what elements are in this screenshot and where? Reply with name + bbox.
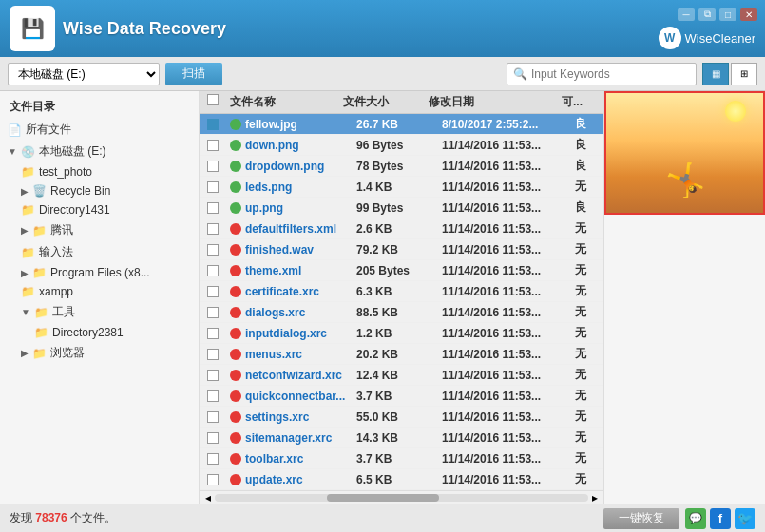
status-prefix: 发现: [10, 511, 35, 524]
file-name: theme.xml: [245, 264, 301, 277]
row-checkbox[interactable]: [200, 453, 226, 465]
sidebar-item-recycle-bin[interactable]: ▶ 🗑️ Recycle Bin: [0, 181, 199, 200]
row-checkbox[interactable]: [200, 349, 226, 360]
row-checkbox[interactable]: [200, 328, 226, 339]
table-row[interactable]: dropdown.png 78 Bytes 11/14/2016 11:53..…: [200, 156, 603, 177]
file-date: 8/10/2017 2:55:2...: [442, 118, 538, 131]
file-date: 11/14/2016 11:53...: [442, 452, 541, 466]
row-checkbox[interactable]: [200, 432, 226, 444]
sidebar-item-program-files[interactable]: ▶ 📁 Program Files (x8...: [0, 263, 199, 282]
file-date: 11/14/2016 11:53...: [442, 139, 541, 152]
file-date: 11/14/2016 11:53...: [442, 327, 541, 340]
facebook-icon[interactable]: f: [710, 508, 731, 529]
table-row[interactable]: certificate.xrc 6.3 KB 11/14/2016 11:53.…: [200, 281, 603, 302]
row-checkbox[interactable]: [200, 202, 226, 214]
row-checkbox[interactable]: [200, 181, 226, 193]
restore-window-button[interactable]: ⧉: [698, 8, 716, 21]
file-date: 11/14/2016 11:53...: [442, 369, 541, 382]
search-icon: 🔍: [513, 67, 527, 81]
table-row[interactable]: up.png 99 Bytes 11/14/2016 11:53... 良: [200, 198, 603, 218]
table-row[interactable]: netconfwizard.xrc 12.4 KB 11/14/2016 11:…: [200, 365, 603, 386]
file-size: 55.0 KB: [356, 410, 398, 424]
table-row[interactable]: down.png 96 Bytes 11/14/2016 11:53... 良: [200, 135, 603, 156]
file-indicator: [230, 161, 241, 172]
table-row[interactable]: settings.xrc 55.0 KB 11/14/2016 11:53...…: [200, 407, 603, 428]
file-name: sitemanager.xrc: [245, 431, 332, 445]
sidebar-item-tencent[interactable]: ▶ 📁 腾讯: [0, 219, 199, 241]
sidebar-item-browser[interactable]: ▶ 📁 浏览器: [0, 342, 199, 364]
file-indicator: [230, 202, 241, 214]
file-name: certificate.xrc: [245, 285, 319, 298]
scroll-thumb[interactable]: [327, 494, 439, 502]
sidebar-item-dir1431[interactable]: 📁 Directory1431: [0, 200, 199, 219]
sidebar-item-drive-e[interactable]: ▼ 💿 本地磁盘 (E:): [0, 141, 199, 162]
horizontal-scrollbar[interactable]: ◂ ▸: [200, 490, 603, 504]
sidebar-item-tools[interactable]: ▼ 📁 工具: [0, 301, 199, 323]
close-button[interactable]: ✕: [740, 8, 757, 21]
sidebar: 文件目录 📄 所有文件 ▼ 💿 本地磁盘 (E:) 📁 test_photo ▶…: [0, 91, 200, 504]
table-row[interactable]: leds.png 1.4 KB 11/14/2016 11:53... 无: [200, 177, 603, 198]
chat-icon[interactable]: 💬: [685, 508, 706, 529]
file-indicator: [230, 244, 241, 256]
scan-button[interactable]: 扫描: [165, 63, 222, 86]
file-status: 无: [575, 180, 586, 193]
view-grid-button[interactable]: ⊞: [731, 63, 757, 86]
sidebar-icon-recycle-bin: 🗑️: [32, 184, 47, 198]
row-checkbox[interactable]: [200, 474, 226, 485]
sidebar-item-all-files[interactable]: 📄 所有文件: [0, 119, 199, 141]
sidebar-item-dir2381[interactable]: 📁 Directory2381: [0, 323, 199, 342]
select-all-checkbox[interactable]: [207, 94, 219, 105]
file-name: menus.xrc: [245, 348, 302, 361]
table-row[interactable]: dialogs.xrc 88.5 KB 11/14/2016 11:53... …: [200, 302, 603, 323]
sidebar-icon-tools: 📁: [34, 306, 48, 319]
table-row[interactable]: menus.xrc 20.2 KB 11/14/2016 11:53... 无: [200, 344, 603, 365]
table-row[interactable]: update.xrc 6.5 KB 11/14/2016 11:53... 无: [200, 469, 603, 490]
row-checkbox[interactable]: [200, 390, 226, 402]
file-indicator: [230, 181, 241, 193]
table-row[interactable]: defaultfilters.xml 2.6 KB 11/14/2016 11:…: [200, 218, 603, 239]
table-row[interactable]: finished.wav 79.2 KB 11/14/2016 11:53...…: [200, 239, 603, 260]
file-name: down.png: [245, 139, 299, 152]
sidebar-item-xampp[interactable]: 📁 xampp: [0, 282, 199, 301]
table-row[interactable]: inputdialog.xrc 1.2 KB 11/14/2016 11:53.…: [200, 323, 603, 344]
scroll-left-button[interactable]: ◂: [201, 491, 215, 504]
row-checkbox[interactable]: [200, 286, 226, 297]
row-checkbox[interactable]: [200, 370, 226, 381]
minimize-button[interactable]: ─: [678, 8, 695, 21]
row-checkbox[interactable]: [200, 161, 226, 172]
table-row[interactable]: toolbar.xrc 3.7 KB 11/14/2016 11:53... 无: [200, 448, 603, 469]
row-checkbox[interactable]: [200, 307, 226, 318]
sidebar-item-test-photo[interactable]: 📁 test_photo: [0, 162, 199, 181]
restore-button[interactable]: 一键恢复: [603, 508, 679, 529]
file-table-header: 文件名称 文件大小 修改日期 可...: [200, 91, 603, 114]
date-col-header: 修改日期: [429, 94, 562, 110]
expand-icon-browser: ▶: [21, 348, 29, 358]
table-row[interactable]: fellow.jpg 26.7 KB 8/10/2017 2:55:2... 良: [200, 114, 603, 135]
row-checkbox[interactable]: [200, 265, 226, 276]
sidebar-label-dir2381: Directory2381: [52, 326, 124, 339]
sidebar-label-program-files: Program Files (x8...: [50, 266, 150, 279]
scroll-track[interactable]: [215, 494, 588, 502]
table-row[interactable]: quickconnectbar... 3.7 KB 11/14/2016 11:…: [200, 386, 603, 407]
view-list-button[interactable]: ▦: [702, 63, 729, 86]
row-checkbox[interactable]: [200, 411, 226, 423]
sidebar-label-browser: 浏览器: [50, 345, 85, 361]
drive-select[interactable]: 本地磁盘 (E:): [8, 63, 160, 86]
row-checkbox[interactable]: [200, 223, 226, 235]
row-checkbox[interactable]: [200, 119, 226, 130]
file-size: 26.7 KB: [356, 118, 398, 131]
scroll-right-button[interactable]: ▸: [588, 491, 602, 504]
file-size: 6.3 KB: [356, 285, 392, 298]
maximize-button[interactable]: □: [719, 8, 736, 21]
file-status: 良: [575, 117, 586, 130]
table-row[interactable]: theme.xml 205 Bytes 11/14/2016 11:53... …: [200, 260, 603, 281]
row-checkbox[interactable]: [200, 140, 226, 151]
file-date: 11/14/2016 11:53...: [442, 306, 541, 319]
window-controls: ─ ⧉ □ ✕: [678, 8, 757, 21]
expand-icon-recycle-bin: ▶: [21, 186, 29, 197]
search-input[interactable]: [531, 67, 690, 81]
row-checkbox[interactable]: [200, 244, 226, 256]
table-row[interactable]: sitemanager.xrc 14.3 KB 11/14/2016 11:53…: [200, 428, 603, 448]
twitter-icon[interactable]: 🐦: [735, 508, 755, 529]
sidebar-item-input-method[interactable]: 📁 输入法: [0, 241, 199, 263]
